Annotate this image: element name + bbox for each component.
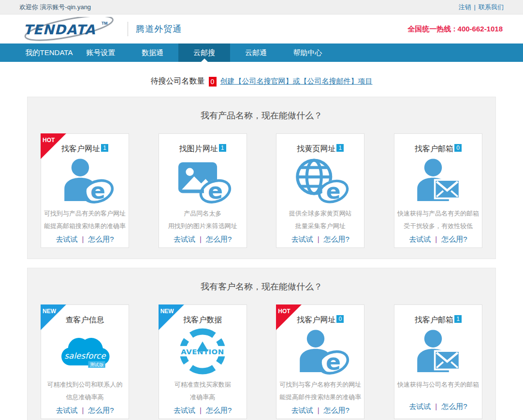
try-it-link[interactable]: 去试试 (174, 406, 195, 414)
logout-link[interactable]: 注销 (459, 3, 471, 12)
card-links: 去试试|怎么用? (56, 235, 114, 244)
card-title-text: 找客户数据 (183, 315, 222, 325)
how-to-use-link[interactable]: 怎么用? (441, 235, 467, 243)
create-project-link[interactable]: 创建【公司名搜官网】或【公司名搜邮件】项目 (220, 77, 373, 86)
globe-browser-icon: e (289, 154, 352, 207)
card-title: 找图片网址1 (179, 144, 226, 154)
avention-icon: AVENTION (171, 325, 234, 378)
card: NEW查客户信息salesforce测试版可精准找到公司和联系人的信息准确率高去… (41, 304, 129, 419)
try-it-link[interactable]: 去试试 (56, 406, 77, 414)
contact-us-link[interactable]: 联系我们 (479, 3, 504, 12)
how-to-use-link[interactable]: 怎么用? (206, 406, 232, 414)
person-mail-icon (406, 325, 470, 378)
ribbon-label: NEW (160, 308, 174, 315)
nav-item-2[interactable]: 账号设置 (75, 43, 127, 62)
topbar-links: 注销 | 联系我们 (459, 3, 504, 12)
welcome-text: 欢迎你 演示账号-qin.yang (19, 3, 91, 12)
card-count-badge: 1 (336, 144, 344, 152)
card-description: 可精准找到公司和联系人的信息准确率高 (47, 378, 123, 404)
header: TENDATA TM 腾道外贸通 全国统一热线 : 400-662-1018 (0, 14, 523, 43)
svg-text:e: e (90, 178, 105, 204)
hot-ribbon: HOT (41, 133, 66, 159)
how-to-use-link[interactable]: 怎么用? (441, 402, 467, 410)
topbar-divider: | (474, 3, 476, 11)
nav-item-4[interactable]: 云邮搜 (178, 43, 230, 62)
try-it-link[interactable]: 去试试 (174, 235, 195, 243)
card: 找客户邮箱1快速获得与公司名有关的邮箱去试试|怎么用? (394, 304, 482, 419)
try-it-link[interactable]: 去试试 (291, 235, 313, 243)
card-title-text: 找图片网址 (179, 144, 218, 154)
card-description-line: 可精准查找买家数据 (174, 378, 231, 391)
card: NEW找客户数据AVENTION可精准查找买家数据准确率高去试试|怎么用? (159, 304, 247, 419)
link-separator: | (82, 235, 84, 243)
try-it-link[interactable]: 去试试 (56, 235, 77, 243)
card-description-line: 能提高邮箱搜索结果的准确率 (44, 220, 126, 232)
card-description: 可找到与客户名称有关的网址能提高邮件搜索结果的准确率 (279, 378, 361, 404)
card: 找黄页网址1e提供全球多家黄页网站批量采集客户网址去试试|怎么用? (276, 133, 364, 248)
link-separator: | (82, 406, 84, 414)
card-description-line: 用找到的图片来筛选网址 (168, 220, 237, 232)
link-separator: | (200, 235, 202, 243)
card-title-text: 找客户网址 (297, 315, 335, 325)
brand-name: 腾道外贸通 (136, 23, 182, 35)
nav-item-3[interactable]: 数据通 (127, 43, 178, 62)
card-description: 产品同名太多用找到的图片来筛选网址 (168, 207, 237, 232)
person-browser-icon: e (289, 325, 352, 378)
new-ribbon: NEW (159, 304, 184, 330)
card-row: HOT找客户网址1e可找到与产品有关的客户网址能提高邮箱搜索结果的准确率去试试|… (28, 133, 495, 259)
link-separator: | (435, 235, 437, 243)
person-browser-icon: e (53, 154, 117, 207)
card-description: 可找到与产品有关的客户网址能提高邮箱搜索结果的准确率 (44, 207, 126, 232)
card-description: 可精准查找买家数据准确率高 (174, 378, 231, 404)
try-it-link[interactable]: 去试试 (409, 235, 431, 243)
nav-item-1[interactable]: 我的TENDATA (23, 43, 75, 62)
nav-item-6[interactable]: 帮助中心 (282, 43, 334, 62)
card-count-badge: 0 (454, 144, 462, 152)
card-description-line: 受干扰较多，有效性较低 (397, 220, 479, 232)
nav-item-5[interactable]: 云邮通 (230, 43, 282, 62)
tendata-logo[interactable]: TENDATA TM (22, 17, 123, 41)
salesforce-icon: salesforce测试版 (53, 325, 117, 378)
how-to-use-link[interactable]: 怎么用? (88, 406, 114, 414)
envelope-icon (434, 179, 461, 199)
ribbon-label: NEW (43, 308, 56, 315)
logo-area: TENDATA TM 腾道外贸通 (22, 17, 182, 41)
envelope-icon (434, 350, 461, 370)
link-separator: | (318, 235, 320, 243)
card-description-line: 快速获得与产品名有关的邮箱 (397, 207, 479, 220)
topbar: 欢迎你 演示账号-qin.yang 注销 | 联系我们 (0, 0, 523, 14)
how-to-use-link[interactable]: 怎么用? (324, 235, 349, 243)
svg-text:e: e (326, 349, 341, 375)
card-description-line: 可精准找到公司和联系人的 (47, 378, 123, 391)
card: 找客户邮箱0快速获得与产品名有关的邮箱受干扰较多，有效性较低去试试|怎么用? (394, 133, 482, 248)
card-count-badge: 1 (454, 315, 462, 323)
card: HOT找客户网址1e可找到与产品有关的客户网址能提高邮箱搜索结果的准确率去试试|… (41, 133, 129, 248)
how-to-use-link[interactable]: 怎么用? (206, 235, 232, 243)
avention-wordmark: AVENTION (181, 348, 224, 356)
card-title-text: 查客户信息 (66, 315, 104, 325)
card-count-badge: 1 (101, 144, 108, 152)
card-description: 快速获得与产品名有关的邮箱受干扰较多，有效性较低 (397, 207, 479, 232)
image-browser-icon: e (171, 154, 234, 207)
sections: 我有产品名称，现在能做什么？HOT找客户网址1e可找到与产品有关的客户网址能提高… (0, 97, 523, 420)
how-to-use-link[interactable]: 怎么用? (324, 406, 349, 414)
section-2: 我有客户名称，现在能做什么？NEW查客户信息salesforce测试版可精准找到… (27, 268, 496, 420)
card-title: 找黄页网址1 (297, 144, 344, 154)
card: HOT找客户网址0e可找到与客户名称有关的网址能提高邮件搜索结果的准确率去试试|… (276, 304, 364, 419)
card-title: 找客户网址1 (61, 144, 108, 154)
card-title: 找客户邮箱0 (415, 144, 462, 154)
card-description-line: 可找到与产品有关的客户网址 (44, 207, 126, 220)
section-1: 我有产品名称，现在能做什么？HOT找客户网址1e可找到与产品有关的客户网址能提高… (27, 97, 496, 259)
card-description: 提供全球多家黄页网站批量采集客户网址 (289, 207, 352, 232)
card-title: 找客户数据 (183, 315, 222, 325)
hot-ribbon: HOT (276, 304, 302, 330)
how-to-use-link[interactable]: 怎么用? (88, 235, 114, 243)
salesforce-wordmark: salesforce (64, 351, 106, 361)
logo-divider (128, 22, 128, 36)
card-title-text: 找客户邮箱 (415, 315, 453, 325)
try-it-link[interactable]: 去试试 (409, 402, 431, 410)
pending-label: 待搜公司名数量 (151, 76, 205, 87)
try-it-link[interactable]: 去试试 (291, 406, 313, 414)
card-title-text: 找客户网址 (61, 144, 100, 154)
section-title: 我有产品名称，现在能做什么？ (28, 97, 495, 133)
